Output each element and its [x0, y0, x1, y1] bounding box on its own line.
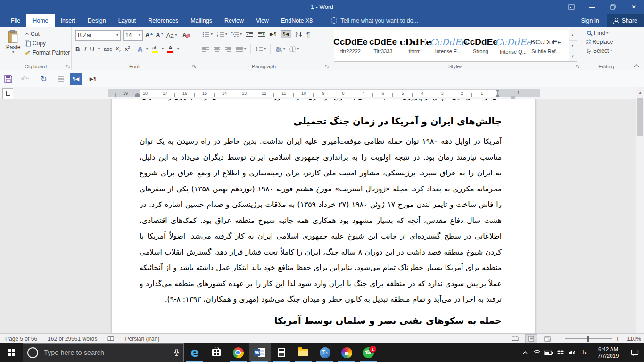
zoom-slider-thumb[interactable]: [587, 336, 589, 342]
start-button[interactable]: [0, 343, 23, 362]
close-button[interactable]: ✕: [623, 0, 644, 14]
strikethrough-button[interactable]: abc: [104, 46, 112, 52]
paragraph-line[interactable]: کردن شیوخ منطقه قصد داشت در این دوران ۸ …: [140, 245, 502, 261]
style-strong[interactable]: CcDdEe Strong: [464, 30, 497, 61]
qat-more-button[interactable]: ≡: [103, 73, 115, 85]
align-left-button[interactable]: [202, 47, 209, 52]
web-layout-button[interactable]: [541, 334, 553, 343]
volume-icon[interactable]: [566, 343, 578, 362]
language-switcher[interactable]: فا: [578, 349, 591, 356]
vertical-scrollbar[interactable]: ▲: [636, 87, 644, 333]
document-heading-2[interactable]: حمله به سکوهای نفتی نصر و سلمان توسط آمر…: [140, 314, 502, 328]
zoom-level[interactable]: 110%: [623, 336, 641, 342]
undo-button[interactable]: ↶▾: [19, 73, 31, 85]
proofing-errors-icon[interactable]: [102, 336, 120, 342]
style-subtle-reference[interactable]: BCcDdEe Subtle Ref...: [529, 30, 562, 61]
action-center-icon[interactable]: [625, 343, 644, 362]
sort-button[interactable]: AZ: [296, 32, 302, 37]
rtl-direction-button[interactable]: ¶◀: [281, 30, 291, 38]
increase-indent-button[interactable]: [258, 32, 265, 37]
style-intense-quote[interactable]: CcDdEe Intense Q...: [497, 30, 529, 61]
cut-button[interactable]: ✂ Cut: [25, 31, 70, 37]
document-page[interactable]: می‌کرد. آمریکایی‌ها پس از پیروزی انقلاب …: [112, 99, 535, 333]
tab-home[interactable]: Home: [26, 14, 54, 27]
grow-font-button[interactable]: A▲: [145, 32, 153, 39]
paragraph-line[interactable]: عملاً برایش سودی ندارد که در منطقه برای …: [140, 276, 502, 292]
paragraph-dialog-launcher-icon[interactable]: [324, 64, 329, 69]
styles-scroll-down-icon[interactable]: ▼: [569, 41, 577, 51]
paragraph-line[interactable]: اطلاعاتی در سطح گسترده‌ای از جانب این شی…: [140, 229, 502, 245]
tab-file[interactable]: File: [5, 14, 26, 27]
highlight-color-button[interactable]: ab: [152, 46, 158, 53]
save-button[interactable]: [2, 73, 14, 85]
superscript-button[interactable]: x2: [125, 45, 130, 52]
show-formatting-marks-button[interactable]: ¶: [306, 31, 310, 38]
styles-dialog-launcher-icon[interactable]: [575, 64, 580, 69]
paragraph-line[interactable]: ترفند به اجرا در می‌آید و تمام منطقه تبد…: [140, 292, 502, 308]
ltr-direction-shortcut-button[interactable]: ▶¶: [87, 73, 99, 85]
rtl-direction-shortcut-button[interactable]: ¶◀: [70, 73, 82, 85]
tab-stop-selector[interactable]: [2, 88, 13, 99]
share-button[interactable]: Share: [607, 14, 644, 27]
tell-me-box[interactable]: Tell me what you want to do...: [331, 14, 418, 27]
find-button[interactable]: Find▾: [586, 30, 613, 36]
language-indicator[interactable]: Persian (Iran): [120, 336, 165, 342]
numbering-button[interactable]: 123▾: [217, 32, 227, 37]
microphone-icon[interactable]: [174, 349, 179, 356]
tab-mailings[interactable]: Mailings: [184, 14, 218, 27]
align-center-button[interactable]: [214, 47, 221, 52]
taskbar-whatsapp[interactable]: ☎ 1: [357, 343, 379, 362]
ltr-direction-button[interactable]: ▶¶: [270, 31, 276, 37]
paragraph-line[interactable]: هشت سال دفاع مقدس، آنچه که بسیار مشهود ب…: [140, 213, 502, 229]
bold-button[interactable]: B: [75, 46, 80, 53]
zoom-slider[interactable]: [565, 338, 612, 339]
minimize-button[interactable]: —: [582, 0, 603, 14]
style-titr3333[interactable]: cDdEe Titr3333: [367, 30, 399, 61]
battery-icon[interactable]: [543, 343, 554, 362]
taskbar-search[interactable]: [23, 343, 184, 362]
taskbar-clock[interactable]: 6:42 AM 7/7/2019: [591, 346, 625, 359]
redo-button[interactable]: ↻: [38, 73, 50, 85]
taskbar-paint-app[interactable]: [336, 343, 357, 362]
wifi-icon[interactable]: [531, 343, 543, 362]
text-effects-button[interactable]: A: [138, 46, 142, 53]
borders-button[interactable]: ▾: [289, 46, 299, 52]
page-indicator[interactable]: Page 5 of 56: [0, 336, 42, 342]
subscript-button[interactable]: x2: [116, 45, 121, 53]
italic-button[interactable]: I: [83, 46, 86, 53]
format-painter-button[interactable]: Format Painter: [25, 49, 70, 56]
decrease-indent-button[interactable]: [246, 32, 254, 37]
document-heading-1[interactable]: چالش‌های ایران و آمریکا در زمان جنگ تحمی…: [140, 115, 502, 129]
justify-button[interactable]: ▾: [236, 47, 246, 52]
sign-in-button[interactable]: Sign in: [573, 17, 606, 24]
multilevel-list-button[interactable]: ▾: [231, 32, 242, 37]
style-intense-emphasis[interactable]: CcDdEe Intense E...: [432, 30, 464, 61]
paragraph-line[interactable]: آمریکا در اوایل دهه ۱۹۸۰ توان حمله نظامی…: [140, 134, 502, 150]
tray-chevron-icon[interactable]: [519, 343, 531, 362]
justify-shortcut-button[interactable]: [55, 73, 67, 85]
style-titr22222[interactable]: CcDdEe titr22222: [334, 30, 367, 61]
taskbar-word[interactable]: W: [249, 343, 271, 362]
tab-insert[interactable]: Insert: [55, 14, 82, 27]
change-case-button[interactable]: Aa▾: [166, 32, 177, 39]
horizontal-ruler[interactable]: 1 19181716151413121110987654321: [108, 89, 540, 97]
select-button[interactable]: Select▾: [586, 48, 613, 54]
read-mode-button[interactable]: [509, 334, 521, 343]
taskbar-dictionary-app[interactable]: Σa: [314, 343, 336, 362]
tab-layout[interactable]: Layout: [112, 14, 142, 27]
bullets-button[interactable]: ▾: [202, 32, 213, 37]
dropbox-icon[interactable]: [554, 343, 566, 362]
taskbar-edge[interactable]: e: [184, 343, 206, 362]
tab-endnote[interactable]: EndNote X8: [275, 14, 319, 27]
taskbar-chrome[interactable]: [227, 343, 249, 362]
font-name-combo[interactable]: B Zar▾: [75, 30, 121, 41]
tab-references[interactable]: References: [142, 14, 184, 27]
scrollbar-thumb[interactable]: [637, 98, 643, 136]
shrink-font-button[interactable]: A▼: [156, 32, 164, 39]
tab-view[interactable]: View: [250, 14, 275, 27]
taskbar-file-explorer[interactable]: [292, 343, 314, 362]
paragraph-line[interactable]: را فاش ساخت و تایمز لندن مورخ ۱۷ ژوئن ۱۹…: [140, 197, 502, 213]
zoom-in-button[interactable]: +: [616, 335, 619, 343]
style-titrrrr1[interactable]: cDdEe titrrrr1: [399, 30, 432, 61]
styles-scroll-up-icon[interactable]: ▲: [569, 30, 577, 41]
